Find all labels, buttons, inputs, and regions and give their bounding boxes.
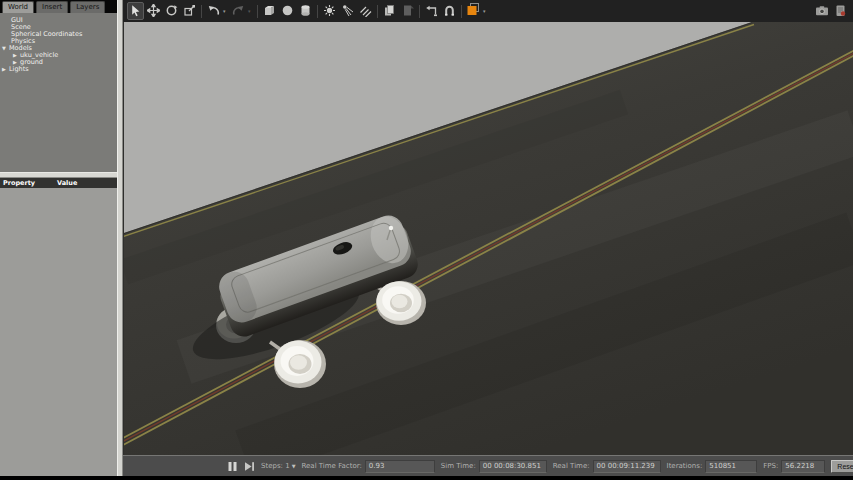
tree-item-uku_vehicle[interactable]: ▶uku_vehicle bbox=[0, 52, 117, 59]
sim-time-label: Sim Time: bbox=[441, 463, 476, 470]
window-bottom-strip bbox=[0, 476, 853, 480]
point-light-button[interactable] bbox=[321, 2, 338, 20]
tree-item-models[interactable]: ▼Models bbox=[0, 45, 117, 52]
collapsed-triangle-icon[interactable]: ▶ bbox=[2, 66, 9, 73]
property-table-header: Property Value bbox=[0, 178, 117, 188]
toolbar-separator bbox=[419, 5, 420, 18]
screenshot-button[interactable] bbox=[813, 2, 830, 20]
toolbar-separator bbox=[317, 5, 318, 18]
view-angle-caret[interactable]: ▾ bbox=[483, 9, 489, 14]
rotate-tool-button[interactable] bbox=[163, 2, 180, 20]
scene-svg bbox=[124, 22, 853, 455]
magnet-icon bbox=[443, 2, 456, 21]
cube-icon bbox=[263, 2, 276, 21]
top-toolbar: ▾ ▾ bbox=[123, 0, 853, 22]
real-time-value: 00 00:09:11.239 bbox=[593, 460, 661, 473]
pause-button[interactable] bbox=[227, 461, 238, 472]
undo-history-caret[interactable]: ▾ bbox=[223, 9, 229, 14]
property-column-header: Property bbox=[0, 180, 57, 187]
undo-button[interactable] bbox=[205, 2, 222, 20]
cursor-icon bbox=[129, 2, 142, 21]
sun-icon bbox=[323, 2, 336, 21]
steps-label: Steps: 1 bbox=[261, 463, 290, 470]
fps-value: 56.2218 bbox=[781, 460, 825, 473]
toolbar-separator bbox=[201, 5, 202, 18]
copy-button[interactable] bbox=[381, 2, 398, 20]
insert-sphere-button[interactable] bbox=[279, 2, 296, 20]
iterations-label: Iterations: bbox=[667, 463, 703, 470]
toolbar-separator bbox=[257, 5, 258, 18]
simulation-statusbar: Steps: 1 ▼ Real Time Factor: 0.93 Sim Ti… bbox=[123, 455, 853, 476]
gazebo-window: WorldInsertLayers GUISceneSpherical Coor… bbox=[0, 0, 853, 480]
toolbar-separator bbox=[461, 5, 462, 18]
value-column-header: Value bbox=[57, 180, 77, 187]
view-angle-cube-icon bbox=[466, 2, 481, 21]
translate-tool-button[interactable] bbox=[145, 2, 162, 20]
property-table-body[interactable] bbox=[0, 188, 117, 476]
move-arrows-icon bbox=[147, 2, 160, 21]
left-panel: WorldInsertLayers GUISceneSpherical Coor… bbox=[0, 0, 117, 476]
tree-item-label: Lights bbox=[9, 66, 29, 73]
log-record-icon bbox=[834, 2, 847, 21]
rtf-label: Real Time Factor: bbox=[301, 463, 361, 470]
sphere-icon bbox=[281, 2, 294, 21]
data-logger-button[interactable] bbox=[832, 2, 849, 20]
steps-dropdown[interactable]: Steps: 1 ▼ bbox=[261, 463, 295, 470]
real-time-label: Real Time: bbox=[553, 463, 590, 470]
sim-time-value: 00 00:08:30.851 bbox=[479, 460, 547, 473]
align-arrow-icon bbox=[425, 2, 438, 21]
view-angle-button[interactable] bbox=[465, 2, 482, 20]
spot-light-button[interactable] bbox=[339, 2, 356, 20]
tree-item-lights[interactable]: ▶Lights bbox=[0, 66, 117, 73]
insert-box-button[interactable] bbox=[261, 2, 278, 20]
reset-time-button[interactable]: Reset Time bbox=[831, 460, 853, 473]
collapsed-triangle-icon[interactable]: ▶ bbox=[13, 52, 20, 59]
expanded-triangle-icon[interactable]: ▼ bbox=[2, 45, 9, 52]
scale-box-icon bbox=[183, 2, 196, 21]
wheel-front bbox=[376, 281, 426, 325]
redo-history-caret[interactable]: ▾ bbox=[248, 9, 254, 14]
camera-icon bbox=[815, 2, 829, 21]
steps-caret-icon: ▼ bbox=[292, 464, 296, 469]
redo-button[interactable] bbox=[230, 2, 247, 20]
wheel-rear bbox=[274, 340, 326, 388]
viewport-3d-scene[interactable] bbox=[123, 22, 853, 455]
snap-tool-button[interactable] bbox=[441, 2, 458, 20]
tab-world[interactable]: World bbox=[2, 1, 34, 13]
spotlight-icon bbox=[341, 2, 354, 21]
tab-layers[interactable]: Layers bbox=[70, 1, 105, 13]
select-tool-button[interactable] bbox=[127, 2, 144, 20]
copy-icon bbox=[383, 2, 396, 21]
redo-arrow-icon bbox=[232, 2, 245, 21]
toolbar-right-group bbox=[813, 2, 849, 20]
scale-tool-button[interactable] bbox=[181, 2, 198, 20]
insert-cylinder-button[interactable] bbox=[297, 2, 314, 20]
paste-icon bbox=[401, 2, 414, 21]
undo-arrow-icon bbox=[207, 2, 220, 21]
cylinder-icon bbox=[299, 2, 312, 21]
rtf-value: 0.93 bbox=[365, 460, 435, 473]
directional-rays-icon bbox=[359, 2, 372, 21]
iterations-value: 510851 bbox=[705, 460, 757, 473]
render-column: ▾ ▾ bbox=[123, 0, 853, 476]
world-tree: GUISceneSpherical CoordinatesPhysics▼Mod… bbox=[0, 13, 117, 172]
rotate-circle-icon bbox=[165, 2, 178, 21]
directional-light-button[interactable] bbox=[357, 2, 374, 20]
fps-label: FPS: bbox=[763, 463, 778, 470]
panel-tabs: WorldInsertLayers bbox=[0, 0, 117, 13]
step-button[interactable] bbox=[244, 461, 255, 472]
tab-insert[interactable]: Insert bbox=[36, 1, 68, 13]
align-tool-button[interactable] bbox=[423, 2, 440, 20]
toolbar-separator bbox=[377, 5, 378, 18]
paste-button[interactable] bbox=[399, 2, 416, 20]
main-area: WorldInsertLayers GUISceneSpherical Coor… bbox=[0, 0, 853, 476]
